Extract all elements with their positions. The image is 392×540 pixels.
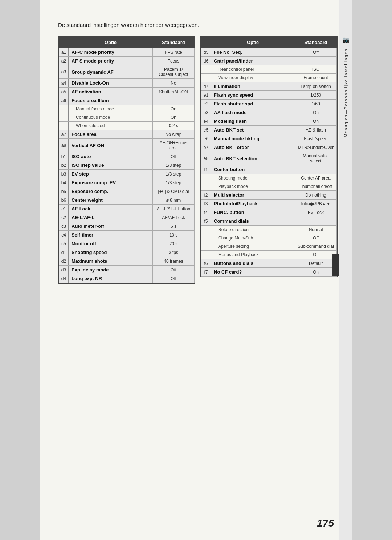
page-number: 175 <box>317 517 334 529</box>
row-label: Exposure comp. <box>69 187 153 196</box>
row-value: No <box>153 79 195 88</box>
table-row: Continuous modeOn <box>59 113 195 122</box>
row-label: Viewfinder display <box>211 74 295 82</box>
row-value <box>295 165 337 174</box>
left-header-standaard: Standaard <box>153 37 195 48</box>
row-value: Off <box>295 234 337 242</box>
row-key: f6 <box>201 259 211 268</box>
row-label: Shooting mode <box>211 174 295 182</box>
row-key: a1 <box>59 48 69 57</box>
row-label: Disable Lock-On <box>69 79 153 88</box>
row-label: Menus and Playback <box>211 251 295 259</box>
row-label: File No. Seq. <box>211 48 295 57</box>
row-key: f3 <box>201 200 211 208</box>
row-value: Lamp on switch <box>295 82 337 91</box>
row-label: AF activation <box>69 88 153 96</box>
row-key: c5 <box>59 239 69 248</box>
table-row: d6Cntrl panel/finder <box>201 57 337 65</box>
row-value: 3 fps <box>153 248 195 257</box>
row-key: d1 <box>59 248 69 257</box>
row-key <box>201 182 211 191</box>
row-value: No wrap <box>153 130 195 139</box>
row-key: d7 <box>201 82 211 91</box>
row-value: FPS rate <box>153 48 195 57</box>
row-value: Normal <box>295 226 337 234</box>
row-value: Manual value select <box>295 152 337 165</box>
row-value: On <box>295 108 337 117</box>
row-label: AE-L/AF-L <box>69 213 153 222</box>
right-header-key <box>201 37 211 48</box>
row-label: When selected <box>69 122 153 130</box>
row-label: Rear control panel <box>211 65 295 74</box>
row-value: Shutter/AF-ON <box>153 88 195 96</box>
row-label: AF-C mode priority <box>69 48 153 57</box>
row-value: Off <box>153 266 195 274</box>
table-row: Rotate directionNormal <box>201 226 337 234</box>
table-row: Aperture settingSub-command dial <box>201 242 337 251</box>
row-value: AE/AF Lock <box>153 213 195 222</box>
row-label: Monitor off <box>69 239 153 248</box>
table-row: a5AF activationShutter/AF-ON <box>59 88 195 96</box>
row-value: FV Lock <box>295 208 337 217</box>
row-key: e8 <box>201 152 211 165</box>
row-label: Flash shutter spd <box>211 100 295 108</box>
row-label: Self-timer <box>69 231 153 239</box>
row-label: Buttons and dials <box>211 259 295 268</box>
row-key: a7 <box>59 130 69 139</box>
row-label: AA flash mode <box>211 108 295 117</box>
row-label: Playback mode <box>211 182 295 191</box>
row-key: f1 <box>201 165 211 174</box>
row-key: a2 <box>59 57 69 65</box>
row-label: Illumination <box>211 82 295 91</box>
row-value: Info◀▶/PB▲▼ <box>295 200 337 208</box>
table-row: c2AE-L/AF-LAE/AF Lock <box>59 213 195 222</box>
row-value: Off <box>153 152 195 161</box>
table-row: f7No CF card?On <box>201 268 337 277</box>
row-label: FUNC. button <box>211 208 295 217</box>
row-key: a6 <box>59 96 69 105</box>
left-header-optie: Optie <box>69 37 153 48</box>
row-value <box>295 217 337 226</box>
row-value: Focus <box>153 57 195 65</box>
row-key: a5 <box>59 88 69 96</box>
table-row: d5File No. Seq.Off <box>201 48 337 57</box>
row-value <box>295 57 337 65</box>
table-row: c4Self-timer10 s <box>59 231 195 239</box>
row-value: Thumbnail on/off <box>295 182 337 191</box>
row-label: Multi selector <box>211 191 295 200</box>
row-value: [+/-] & CMD dial <box>153 187 195 196</box>
row-label: PhotoInfo/Playback <box>211 200 295 208</box>
row-label: Manual focus mode <box>69 105 153 113</box>
right-header-standaard: Standaard <box>295 37 337 48</box>
row-key <box>201 251 211 259</box>
row-value: MTR>Under>Over <box>295 143 337 152</box>
row-value: Off <box>295 48 337 57</box>
camera-icon: 📷 <box>342 36 350 43</box>
row-key: f2 <box>201 191 211 200</box>
row-key: f5 <box>201 217 211 226</box>
row-key: d6 <box>201 57 211 65</box>
row-key <box>201 226 211 234</box>
table-row: f6Buttons and dialsDefault <box>201 259 337 268</box>
row-label: Group dynamic AF <box>69 65 153 79</box>
table-row: d3Exp. delay modeOff <box>59 266 195 274</box>
row-key: e7 <box>201 143 211 152</box>
row-label: Rotate direction <box>211 226 295 234</box>
row-value: 6 s <box>153 222 195 231</box>
row-key: e3 <box>201 108 211 117</box>
row-value: 40 frames <box>153 257 195 266</box>
table-row: d2Maximum shots40 frames <box>59 257 195 266</box>
row-key: b1 <box>59 152 69 161</box>
row-label: AF-S mode priority <box>69 57 153 65</box>
table-row: Playback modeThumbnail on/off <box>201 182 337 191</box>
table-row: Shooting modeCenter AF area <box>201 174 337 182</box>
side-bar-label: Menugids—Persoonlijke instellingen <box>344 48 348 137</box>
tables-wrapper: Optie Standaard a1AF-C mode priorityFPS … <box>58 36 338 284</box>
row-label: Auto BKT order <box>211 143 295 152</box>
table-row: e1Flash sync speed1/250 <box>201 91 337 100</box>
row-key <box>201 74 211 82</box>
row-value: Frame count <box>295 74 337 82</box>
table-row: a7Focus areaNo wrap <box>59 130 195 139</box>
row-value: Pattern 1/Closest subject <box>153 65 195 79</box>
row-label: Center weight <box>69 196 153 205</box>
